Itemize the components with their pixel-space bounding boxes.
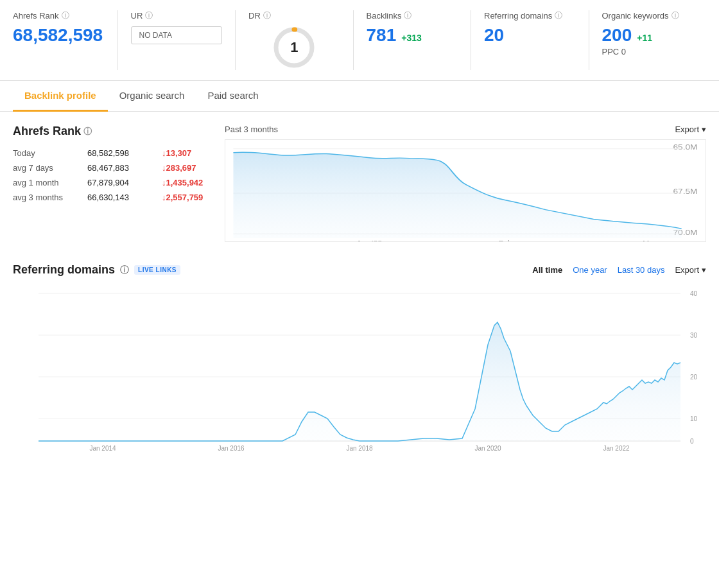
backlinks-label: Backlinks — [367, 11, 402, 21]
metric-dr: DR ⓘ 1 — [248, 10, 354, 70]
tab-backlink-profile[interactable]: Backlink profile — [13, 81, 108, 112]
referring-domains-export-chevron-icon: ▾ — [702, 265, 706, 275]
ur-no-data: NO DATA — [131, 26, 223, 44]
stats-row-3months: avg 3 months 66,630,143 ↓2,557,759 — [13, 193, 205, 202]
svg-text:Jan 2014: Jan 2014 — [89, 445, 116, 452]
svg-text:Feb: Feb — [499, 239, 512, 242]
metrics-bar: Ahrefs Rank ⓘ 68,582,598 UR ⓘ NO DATA DR… — [0, 0, 719, 81]
backlinks-value: 781 — [367, 25, 397, 46]
time-filter: All time One year Last 30 days Export ▾ — [532, 265, 706, 275]
stats-value-today: 68,582,598 — [87, 148, 152, 158]
svg-text:30: 30 — [690, 332, 698, 339]
time-filter-all-time[interactable]: All time — [532, 265, 562, 275]
svg-text:67.5M: 67.5M — [673, 187, 697, 195]
ahrefs-rank-section-title: Ahrefs Rank — [13, 125, 81, 138]
ahrefs-rank-export-button[interactable]: Export ▾ — [675, 125, 706, 134]
stats-change-1month: ↓1,435,942 — [162, 178, 203, 187]
referring-domains-info-icon[interactable]: ⓘ — [555, 10, 562, 21]
ahrefs-rank-section-info-icon[interactable]: ⓘ — [83, 126, 92, 137]
stats-row-today: Today 68,582,598 ↓13,307 — [13, 148, 205, 158]
stats-change-today: ↓13,307 — [162, 148, 191, 158]
metric-organic-keywords: Organic keywords ⓘ 200 +11 PPC 0 — [602, 10, 707, 70]
stats-change-7days: ↓283,697 — [162, 163, 196, 173]
organic-keywords-change: +11 — [637, 33, 652, 43]
dr-value: 1 — [290, 39, 298, 56]
metric-ur: UR ⓘ NO DATA — [131, 10, 236, 70]
referring-domains-chart: 40 30 20 10 0 Jan 2014 Jan 2016 Jan 2018… — [13, 287, 706, 454]
svg-text:Jan 2022: Jan 2022 — [603, 445, 630, 452]
dr-label: DR — [248, 11, 261, 21]
referring-domains-section-title: Referring domains — [13, 263, 115, 277]
ahrefs-rank-value: 68,582,598 — [13, 25, 105, 46]
svg-text:65.0M: 65.0M — [673, 143, 697, 151]
svg-text:Jan 2018: Jan 2018 — [346, 445, 373, 452]
stats-label-3months: avg 3 months — [13, 193, 77, 202]
stats-row-7days: avg 7 days 68,467,883 ↓283,697 — [13, 163, 205, 173]
referring-domains-section: Referring domains ⓘ LIVE LINKS All time … — [13, 263, 706, 456]
referring-domains-value: 20 — [484, 25, 576, 46]
svg-text:10: 10 — [690, 415, 698, 422]
ahrefs-rank-chart-area: Ahrefs Rank ⓘ Today 68,582,598 ↓13,307 a… — [13, 125, 706, 244]
main-content: Ahrefs Rank ⓘ Today 68,582,598 ↓13,307 a… — [0, 112, 719, 469]
referring-domains-export-button[interactable]: Export ▾ — [675, 265, 706, 275]
stats-row-1month: avg 1 month 67,879,904 ↓1,435,942 — [13, 178, 205, 187]
ur-info-icon[interactable]: ⓘ — [145, 10, 153, 21]
tab-paid-search[interactable]: Paid search — [196, 81, 270, 112]
export-chevron-icon: ▾ — [702, 125, 706, 134]
backlinks-info-icon[interactable]: ⓘ — [404, 10, 411, 21]
stats-value-7days: 68,467,883 — [87, 163, 152, 173]
metric-referring-domains: Referring domains ⓘ 20 — [484, 10, 589, 70]
ahrefs-rank-section: Ahrefs Rank ⓘ Today 68,582,598 ↓13,307 a… — [13, 125, 706, 244]
backlinks-change: +313 — [401, 33, 422, 43]
svg-text:40: 40 — [690, 290, 698, 297]
organic-keywords-label: Organic keywords — [602, 11, 669, 21]
stats-value-1month: 67,879,904 — [87, 178, 152, 187]
time-filter-one-year[interactable]: One year — [573, 265, 607, 275]
svg-text:Jan 2020: Jan 2020 — [474, 445, 501, 452]
live-links-badge: LIVE LINKS — [134, 265, 180, 275]
referring-domains-label: Referring domains — [484, 11, 552, 21]
stats-change-3months: ↓2,557,759 — [162, 193, 203, 202]
time-filter-last-30-days[interactable]: Last 30 days — [618, 265, 665, 275]
ahrefs-rank-stats: Ahrefs Rank ⓘ Today 68,582,598 ↓13,307 a… — [13, 125, 205, 202]
svg-text:Jan '23: Jan '23 — [357, 239, 383, 242]
dr-gauge: 1 — [272, 25, 316, 70]
ahrefs-rank-label: Ahrefs Rank — [13, 11, 59, 21]
ahrefs-rank-info-icon[interactable]: ⓘ — [62, 10, 69, 21]
stats-label-today: Today — [13, 148, 77, 158]
organic-keywords-ppc: PPC 0 — [602, 47, 694, 56]
ahrefs-rank-chart-period: Past 3 months — [225, 125, 278, 134]
metric-backlinks: Backlinks ⓘ 781 +313 — [367, 10, 472, 70]
ahrefs-rank-chart-container: Past 3 months Export ▾ 65.0M 67.5M 70.0M — [225, 125, 706, 244]
dr-gauge-container: 1 — [248, 25, 340, 70]
referring-domains-header: Referring domains ⓘ LIVE LINKS All time … — [13, 263, 706, 277]
svg-text:20: 20 — [690, 374, 698, 381]
ur-label: UR — [131, 11, 143, 21]
stats-label-7days: avg 7 days — [13, 163, 77, 173]
tab-organic-search[interactable]: Organic search — [108, 81, 196, 112]
svg-text:0: 0 — [690, 438, 694, 445]
organic-keywords-info-icon[interactable]: ⓘ — [671, 10, 679, 21]
stats-value-3months: 66,630,143 — [87, 193, 152, 202]
metric-ahrefs-rank: Ahrefs Rank ⓘ 68,582,598 — [13, 10, 118, 70]
dr-info-icon[interactable]: ⓘ — [263, 10, 271, 21]
ahrefs-rank-chart: 65.0M 67.5M 70.0M — [225, 139, 706, 242]
referring-domains-section-info-icon[interactable]: ⓘ — [120, 264, 129, 276]
svg-text:Mar: Mar — [643, 239, 657, 242]
stats-label-1month: avg 1 month — [13, 178, 77, 187]
svg-text:Jan 2016: Jan 2016 — [218, 445, 245, 452]
ahrefs-rank-chart-header: Past 3 months Export ▾ — [225, 125, 706, 134]
tabs-bar: Backlink profile Organic search Paid sea… — [0, 81, 719, 112]
organic-keywords-value: 200 — [602, 25, 632, 46]
ahrefs-rank-stats-table: Today 68,582,598 ↓13,307 avg 7 days 68,4… — [13, 148, 205, 202]
